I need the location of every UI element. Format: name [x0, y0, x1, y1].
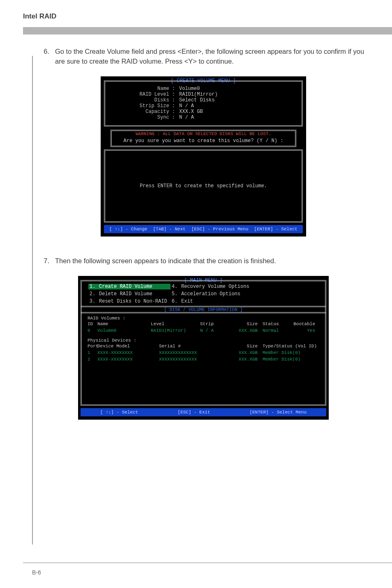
- bios2-footer: [ ↑↓] - Select [ESC] - Exit [ENTER] - Se…: [81, 408, 326, 416]
- col-id: ID: [88, 322, 97, 326]
- col-model: Device Model: [97, 344, 159, 349]
- step-text: Go to the Create Volume field and press …: [55, 47, 367, 67]
- instruction-text: Press ENTER to create the specified volu…: [140, 183, 267, 189]
- field-label: Sync :: [113, 115, 179, 120]
- col-size: Size: [229, 344, 258, 349]
- volume-header-row: ID Name Level Strip Size Status Bootable: [88, 321, 319, 327]
- hint-change: [ ↑↓] - Change: [109, 227, 147, 232]
- cell: XXXXXXXXXXXXXX: [159, 357, 229, 362]
- bios-create-volume-screenshot: [ CREATE VOLUME MENU ] Name :Volume0 RAI…: [101, 76, 306, 237]
- menu-item-selected: Create RAID Volume: [97, 284, 171, 289]
- hint-select: [ ↑↓] - Select: [100, 410, 138, 415]
- physical-row: 2 XXXX-XXXXXXXX XXXXXXXXXXXXXX XXX.XGB M…: [88, 356, 319, 363]
- content-area: 6. Go to the Create Volume field and pre…: [0, 34, 392, 420]
- field-value: Volume0: [179, 86, 200, 92]
- bios2-outer-box: 1. Create RAID Volume 4. Recovery Volume…: [81, 280, 326, 406]
- cell: Volume0: [97, 328, 151, 333]
- hint-tab: [TAB] - Next: [153, 227, 185, 232]
- page-title: Intel RAID: [0, 0, 392, 25]
- cell: RAID1(Mirror): [151, 328, 200, 333]
- header-divider: [23, 27, 392, 34]
- cell: XXX.XGB: [225, 328, 258, 333]
- menu-item: Acceleration Options: [179, 291, 318, 297]
- col-name: Name: [97, 322, 151, 326]
- menu-num: 6.: [171, 299, 179, 304]
- hint-enter: [ENTER] - Select: [254, 227, 297, 232]
- cell: Member Disk(0): [258, 357, 319, 362]
- hint-esc: [ESC] - Exit: [178, 410, 210, 415]
- cell: N / A: [200, 328, 225, 333]
- confirm-question: Are you sure you want to create this vol…: [115, 137, 292, 144]
- step-number: 7.: [39, 256, 49, 266]
- menu-num: 3.: [88, 299, 97, 304]
- field-value: Select Disks: [179, 97, 214, 103]
- bios1-footer: [ ↑↓] - Change [TAB] - Next [ESC] - Prev…: [104, 225, 303, 233]
- cell: 1: [88, 350, 97, 355]
- field-value: N / A: [179, 115, 194, 120]
- field-value: XXX.X GB: [179, 109, 203, 115]
- cell: Yes: [286, 328, 315, 333]
- bios2-section-title: [ DISK / VOLUME INFORMATION ]: [81, 306, 326, 313]
- menu-item: Delete RAID Volume: [97, 291, 171, 297]
- col-serial: Serial #: [159, 344, 229, 349]
- step-6: 6. Go to the Create Volume field and pre…: [39, 47, 367, 67]
- field-value: RAID1(Mirror): [179, 92, 218, 97]
- left-margin-rule: [32, 56, 33, 544]
- col-port: Port: [88, 344, 97, 349]
- bios-main-menu-screenshot: [ MAIN MENU ] 1. Create RAID Volume 4. R…: [78, 276, 329, 420]
- cell: Normal: [258, 328, 286, 333]
- physical-devices-label: Physical Devices :: [88, 338, 319, 343]
- cell: XXXX-XXXXXXXX: [97, 350, 159, 355]
- cell: 0: [88, 328, 97, 333]
- menu-num-selected: 1.: [88, 284, 97, 289]
- menu-item: Recovery Volume Options: [179, 284, 318, 289]
- field-value: N / A: [179, 103, 194, 109]
- field-label: Strip Size :: [113, 103, 179, 109]
- bios1-instruction-box: Press ENTER to create the specified volu…: [104, 149, 303, 223]
- physical-header-row: Port Device Model Serial # Size Type/Sta…: [88, 343, 319, 349]
- cell: XXXXXXXXXXXXXX: [159, 350, 229, 355]
- bios1-fields-box: Name :Volume0 RAID Level :RAID1(Mirror) …: [104, 80, 303, 126]
- raid-volumes-label: RAID Volumes :: [88, 316, 319, 321]
- col-level: Level: [151, 322, 200, 326]
- cell: XXX.XGB: [229, 357, 258, 362]
- bios1-warning-box: WARNING : ALL DATA ON SELECTED DISKS WIL…: [111, 130, 296, 147]
- cell: Member Disk(0): [258, 350, 319, 355]
- bios2-body: RAID Volumes : ID Name Level Strip Size …: [82, 313, 325, 365]
- col-boot: Bootable: [286, 322, 315, 326]
- warning-text: WARNING : ALL DATA ON SELECTED DISKS WIL…: [115, 131, 292, 137]
- cell: XXX.XGB: [229, 350, 258, 355]
- field-label: Capacity :: [113, 109, 179, 115]
- col-status: Status: [258, 322, 286, 326]
- col-size: Size: [225, 322, 258, 326]
- col-type: Type/Status (Vol ID): [258, 344, 319, 349]
- cell: XXXX-XXXXXXXX: [97, 357, 159, 362]
- physical-row: 1 XXXX-XXXXXXXX XXXXXXXXXXXXXX XXX.XGB M…: [88, 349, 319, 356]
- field-label: RAID Level :: [113, 92, 179, 97]
- menu-num: 5.: [171, 291, 179, 297]
- field-label: Name :: [113, 86, 179, 92]
- step-number: 6.: [39, 47, 49, 67]
- menu-item: Reset Disks to Non-RAID: [97, 299, 171, 304]
- hint-esc: [ESC] - Previous Menu: [191, 227, 249, 232]
- footer-divider: [23, 562, 392, 563]
- col-strip: Strip: [200, 322, 225, 326]
- step-text: Then the following screen appears to ind…: [55, 256, 367, 266]
- step-7: 7. Then the following screen appears to …: [39, 256, 367, 266]
- menu-item: Exit: [179, 299, 318, 304]
- cell: 2: [88, 357, 97, 362]
- menu-num: 4.: [171, 284, 179, 289]
- bios2-menu: 1. Create RAID Volume 4. Recovery Volume…: [82, 281, 325, 306]
- page-number: B-6: [32, 569, 41, 576]
- volume-row: 0 Volume0 RAID1(Mirror) N / A XXX.XGB No…: [88, 327, 319, 334]
- field-label: Disks :: [113, 97, 179, 103]
- hint-enter: [ENTER] - Select Menu: [249, 410, 307, 415]
- menu-num: 2.: [88, 291, 97, 297]
